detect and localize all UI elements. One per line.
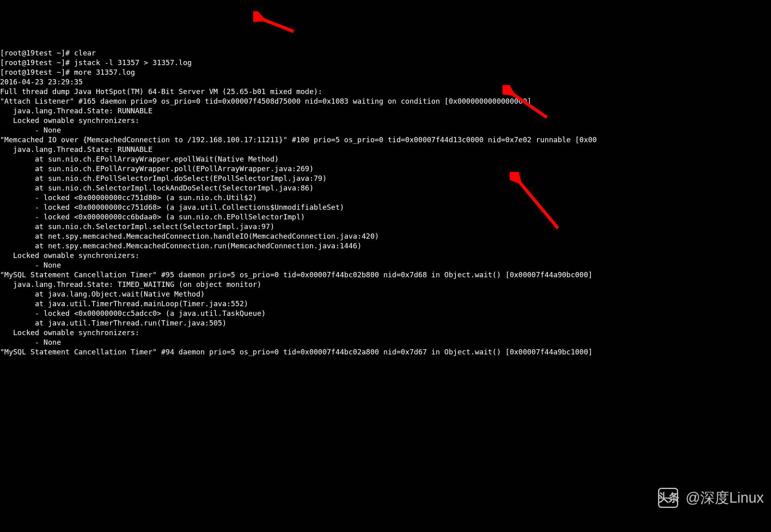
terminal-line: - locked <0x00000000cc751d68> (a java.ut… xyxy=(0,203,771,212)
terminal-line: at net.spy.memcached.MemcachedConnection… xyxy=(0,231,771,241)
terminal-line: - None xyxy=(0,260,771,270)
terminal-line: java.lang.Thread.State: RUNNABLE xyxy=(0,106,771,116)
terminal-line: java.lang.Thread.State: RUNNABLE xyxy=(0,145,771,154)
terminal-line: "Memcached IO over {MemcachedConnection … xyxy=(0,135,771,145)
terminal-output[interactable]: [root@19test ~]# clear[root@19test ~]# j… xyxy=(0,48,771,357)
watermark: 头条 @深度Linux xyxy=(658,488,764,508)
terminal-line: [root@19test ~]# jstack -l 31357 > 31357… xyxy=(0,58,771,68)
watermark-handle: @深度Linux xyxy=(685,493,764,503)
terminal-line: at sun.nio.ch.EPollArrayWrapper.epollWai… xyxy=(0,154,771,164)
terminal-line: [root@19test ~]# clear xyxy=(0,48,771,58)
terminal-line: [root@19test ~]# more 31357.log xyxy=(0,68,771,77)
annotation-arrow-1 xyxy=(253,11,297,35)
terminal-line: - locked <0x00000000cc5adcc0> (a java.ut… xyxy=(0,309,771,318)
terminal-line: - locked <0x00000000cc751d80> (a sun.nio… xyxy=(0,193,771,203)
terminal-line: 2016-04-23 23:29:35 xyxy=(0,77,771,87)
svg-line-0 xyxy=(260,18,293,31)
toutiao-logo-icon: 头条 xyxy=(658,488,678,508)
terminal-line: at sun.nio.ch.EPollSelectorImpl.doSelect… xyxy=(0,174,771,183)
terminal-line: Locked ownable synchronizers: xyxy=(0,116,771,125)
terminal-line: - None xyxy=(0,125,771,135)
terminal-line: at java.util.TimerThread.mainLoop(Timer.… xyxy=(0,299,771,309)
terminal-line: at sun.nio.ch.SelectorImpl.select(Select… xyxy=(0,222,771,231)
terminal-line: Full thread dump Java HotSpot(TM) 64-Bit… xyxy=(0,87,771,96)
terminal-line: "MySQL Statement Cancellation Timer" #94… xyxy=(0,347,771,357)
terminal-line: "MySQL Statement Cancellation Timer" #95… xyxy=(0,270,771,280)
terminal-line: Locked ownable synchronizers: xyxy=(0,328,771,338)
terminal-line: at java.util.TimerThread.run(Timer.java:… xyxy=(0,318,771,328)
terminal-line: - locked <0x00000000cc6bdaa0> (a sun.nio… xyxy=(0,212,771,222)
terminal-line: "Attach Listener" #165 daemon prio=9 os_… xyxy=(0,96,771,106)
terminal-line: Locked ownable synchronizers: xyxy=(0,251,771,260)
terminal-line: java.lang.Thread.State: TIMED_WAITING (o… xyxy=(0,280,771,289)
terminal-line: - None xyxy=(0,338,771,347)
terminal-line: at sun.nio.ch.EPollArrayWrapper.poll(EPo… xyxy=(0,164,771,174)
terminal-line: at java.lang.Object.wait(Native Method) xyxy=(0,289,771,299)
terminal-line: at net.spy.memcached.MemcachedConnection… xyxy=(0,241,771,251)
terminal-line: at sun.nio.ch.SelectorImpl.lockAndDoSele… xyxy=(0,183,771,193)
